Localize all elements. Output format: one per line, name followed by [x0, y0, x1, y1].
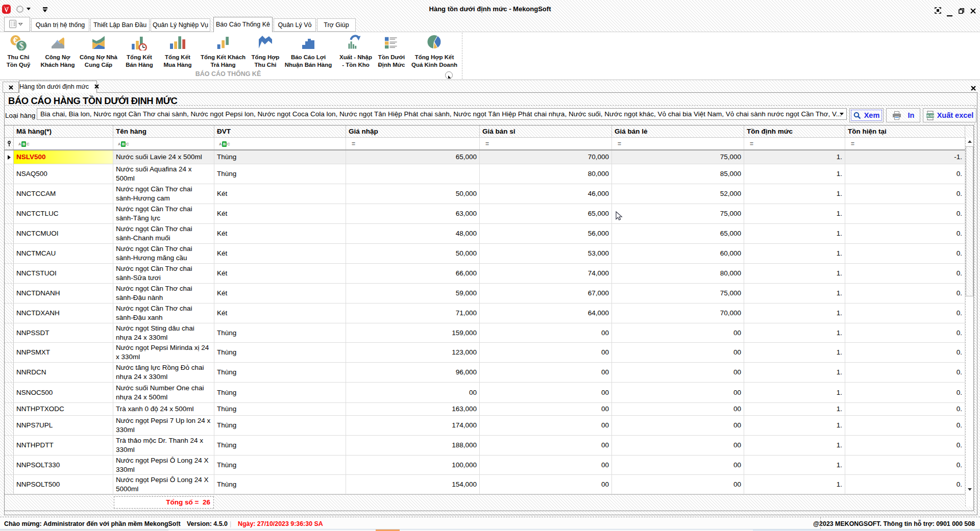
svg-text:$: $ [19, 41, 24, 50]
svg-text:XLSX: XLSX [926, 114, 934, 117]
